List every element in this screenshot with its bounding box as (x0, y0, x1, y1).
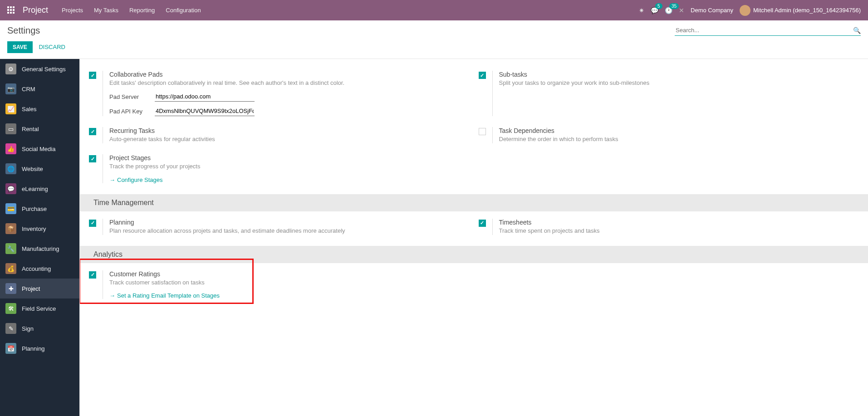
sidebar-item-label: Purchase (22, 206, 47, 212)
sidebar-item-manufacturing[interactable]: 🔧Manufacturing (0, 239, 79, 259)
sidebar-item-label: Field Service (22, 305, 56, 312)
activities-badge: 35 (669, 3, 679, 9)
collab-pads-desc: Edit tasks' description collaboratively … (109, 79, 470, 87)
menu-reporting[interactable]: Reporting (129, 7, 155, 14)
sidebar-item-label: Project (22, 285, 40, 292)
sidebar-icon: 📷 (5, 83, 16, 94)
collab-pads-title: Collaborative Pads (109, 71, 470, 78)
sidebar-item-label: eLearning (22, 186, 48, 192)
checkbox-recurring[interactable] (89, 128, 96, 135)
company-name[interactable]: Demo Company (691, 7, 733, 14)
sidebar-item-label: Social Media (22, 146, 55, 152)
checkbox-collab-pads[interactable] (89, 72, 96, 79)
menu-configuration[interactable]: Configuration (166, 7, 201, 14)
sidebar-item-label: Inventory (22, 225, 46, 232)
configure-stages-link[interactable]: Configure Stages (109, 176, 162, 183)
user-menu[interactable]: Mitchell Admin (demo_150_1642394756) (740, 5, 861, 16)
sidebar-icon: 👍 (5, 143, 16, 154)
sidebar-item-crm[interactable]: 📷CRM (0, 79, 79, 99)
activities-icon[interactable]: 🕐35 (665, 7, 672, 14)
section-analytics: Analytics (80, 246, 868, 263)
messages-icon[interactable]: 💬5 (651, 7, 658, 14)
sidebar-item-rental[interactable]: ▭Rental (0, 119, 79, 139)
menu-my-tasks[interactable]: My Tasks (94, 7, 118, 14)
recurring-title: Recurring Tasks (109, 127, 470, 134)
rating-template-link[interactable]: Set a Rating Email Template on Stages (109, 292, 220, 299)
dependencies-title: Task Dependencies (499, 127, 859, 134)
sidebar-icon: 📈 (5, 103, 16, 114)
checkbox-ratings[interactable] (89, 271, 96, 279)
dependencies-desc: Determine the order in which to perform … (499, 135, 859, 143)
sidebar-item-sales[interactable]: 📈Sales (0, 99, 79, 119)
search-icon[interactable]: 🔍 (853, 27, 861, 34)
planning-desc: Plan resource allocation across projets … (109, 227, 470, 235)
sidebar-icon: ✎ (5, 323, 16, 334)
action-bar: SAVE DISCARD (0, 39, 868, 59)
close-icon[interactable]: ✕ (679, 7, 684, 14)
sidebar-icon: 📦 (5, 223, 16, 234)
sidebar-item-accounting[interactable]: 💰Accounting (0, 259, 79, 279)
sidebar-item-general-settings[interactable]: ⚙General Settings (0, 59, 79, 79)
avatar-icon (740, 5, 750, 16)
checkbox-dependencies[interactable] (479, 128, 486, 135)
topbar: Project Projects My Tasks Reporting Conf… (0, 0, 868, 20)
stages-title: Project Stages (109, 154, 470, 162)
save-button[interactable]: SAVE (7, 41, 33, 53)
pad-api-input[interactable] (155, 106, 255, 116)
sidebar-icon: ✚ (5, 283, 16, 294)
pad-server-label: Pad Server (109, 93, 155, 100)
sidebar-item-label: Accounting (22, 265, 51, 272)
subtasks-desc: Split your tasks to organize your work i… (499, 79, 859, 87)
sidebar-item-label: Website (22, 166, 43, 172)
pad-server-input[interactable] (155, 92, 255, 102)
timesheets-desc: Track time spent on projects and tasks (499, 227, 859, 235)
sidebar-icon: 📅 (5, 343, 16, 354)
timesheets-title: Timesheets (499, 219, 859, 226)
ratings-title: Customer Ratings (109, 270, 261, 278)
sidebar-item-website[interactable]: 🌐Website (0, 159, 79, 179)
settings-sidebar: ⚙General Settings📷CRM📈Sales▭Rental👍Socia… (0, 59, 79, 416)
sidebar-icon: 💰 (5, 263, 16, 274)
checkbox-stages[interactable] (89, 155, 96, 162)
sidebar-item-inventory[interactable]: 📦Inventory (0, 219, 79, 239)
subtasks-title: Sub-tasks (499, 71, 859, 78)
sidebar-icon: 🛠 (5, 303, 16, 314)
page-title: Settings (7, 25, 40, 36)
sidebar-icon: ⚙ (5, 64, 16, 74)
sidebar-item-label: Manufacturing (22, 245, 59, 252)
section-time-management: Time Management (80, 194, 868, 211)
sidebar-item-field-service[interactable]: 🛠Field Service (0, 299, 79, 318)
sidebar-item-sign[interactable]: ✎Sign (0, 318, 79, 338)
sidebar-icon: 💬 (5, 183, 16, 194)
settings-content: Collaborative Pads Edit tasks' descripti… (79, 59, 868, 416)
sidebar-item-elearning[interactable]: 💬eLearning (0, 179, 79, 199)
messages-badge: 5 (655, 3, 662, 9)
sidebar-item-label: Sales (22, 106, 37, 113)
app-title: Project (23, 5, 48, 15)
user-label: Mitchell Admin (demo_150_1642394756) (753, 7, 861, 14)
apps-grid-icon[interactable] (7, 6, 15, 15)
recurring-desc: Auto-generate tasks for regular activiti… (109, 135, 470, 143)
bug-icon[interactable]: ✷ (639, 7, 644, 14)
menu-projects[interactable]: Projects (62, 7, 83, 14)
checkbox-subtasks[interactable] (479, 72, 486, 79)
sidebar-icon: ▭ (5, 123, 16, 134)
sidebar-item-label: Sign (22, 325, 34, 332)
sidebar-icon: 🔧 (5, 243, 16, 254)
sidebar-item-purchase[interactable]: 💳Purchase (0, 199, 79, 219)
sidebar-item-social-media[interactable]: 👍Social Media (0, 139, 79, 159)
sidebar-icon: 💳 (5, 203, 16, 214)
sidebar-icon: 🌐 (5, 163, 16, 174)
sidebar-item-label: Planning (22, 345, 45, 352)
checkbox-timesheets[interactable] (479, 220, 486, 227)
sidebar-item-label: CRM (22, 86, 35, 93)
checkbox-planning[interactable] (89, 220, 96, 227)
search-wrap: 🔍 (675, 25, 861, 36)
sidebar-item-planning[interactable]: 📅Planning (0, 338, 79, 358)
sidebar-item-project[interactable]: ✚Project (0, 279, 79, 299)
sidebar-item-label: General Settings (22, 66, 66, 73)
stages-desc: Track the progress of your projects (109, 162, 470, 171)
ratings-desc: Track customer satisfaction on tasks (109, 279, 261, 287)
discard-button[interactable]: DISCARD (39, 44, 65, 50)
search-input[interactable] (675, 25, 853, 35)
